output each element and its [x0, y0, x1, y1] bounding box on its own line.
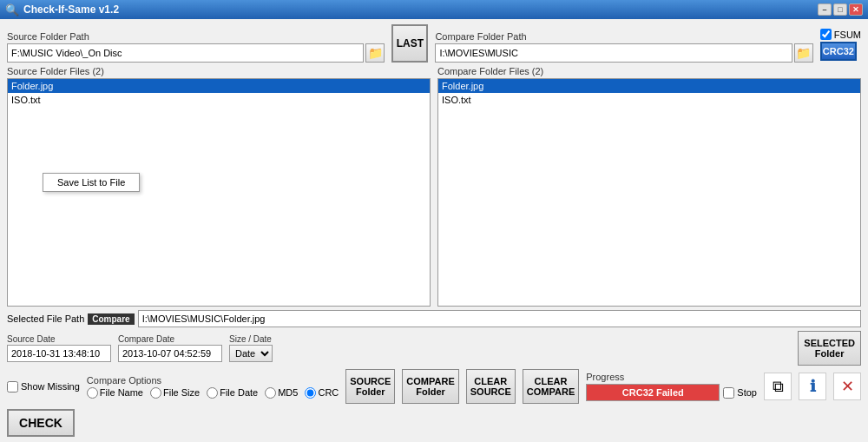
size-date-group: Size / Date Date Size [229, 334, 273, 362]
selected-file-path-label: Selected File Path [7, 313, 84, 324]
compare-files-list: Folder.jpg ISO.txt [438, 79, 860, 306]
radio-crc-input[interactable] [305, 387, 316, 399]
check-button[interactable]: CHECK [7, 409, 75, 437]
source-date-label: Source Date [7, 334, 111, 344]
radio-file-size-input[interactable] [150, 387, 161, 399]
radio-file-date[interactable]: File Date [207, 387, 258, 399]
progress-section: Progress CRC32 Failed Stop [586, 372, 757, 401]
stop-checkbox[interactable] [723, 387, 734, 399]
source-folder-section: Source Folder Path 📁 [7, 31, 385, 63]
source-files-panel: Folder.jpg ISO.txt Save List to File [7, 78, 431, 307]
check-row: CHECK [7, 409, 861, 437]
close-button[interactable]: ✕ [849, 3, 863, 16]
fsum-checkbox[interactable] [820, 29, 832, 40]
compare-options-label: Compare Options [87, 375, 339, 386]
files-area: Source Folder Files (2) Folder.jpg ISO.t… [7, 66, 861, 307]
list-item[interactable]: Folder.jpg [8, 79, 430, 93]
info-icon-button[interactable]: ℹ [799, 373, 826, 400]
radio-file-size[interactable]: File Size [150, 387, 200, 399]
app-icon: 🔍 [5, 3, 19, 16]
show-missing-checkbox-row: Show Missing [7, 381, 80, 393]
compare-badge: Compare [88, 313, 134, 325]
progress-bar-fill: CRC32 Failed [587, 385, 719, 400]
selected-folder-button[interactable]: SELECTEDFolder [798, 331, 861, 366]
window-controls: – □ ✕ [818, 3, 863, 16]
compare-files-wrapper: Compare Folder Files (2) Folder.jpg ISO.… [437, 66, 861, 307]
compare-options-radio-row: File Name File Size File Date MD5 CRC [87, 387, 339, 399]
title-text: Check-If-Same v1.2 [23, 3, 119, 16]
source-date-group: Source Date 2018-10-31 13:48:10 [7, 334, 111, 362]
source-date-value: 2018-10-31 13:48:10 [7, 345, 111, 362]
copy-icon-button[interactable]: ⧉ [764, 373, 792, 400]
bottom-controls-row: Show Missing Compare Options File Name F… [7, 369, 861, 404]
stop-checkbox-row: Stop [723, 387, 757, 399]
source-files-label: Source Folder Files (2) [7, 66, 431, 78]
source-folder-input[interactable] [7, 43, 364, 63]
compare-folder-section: Compare Folder Path 📁 [435, 31, 812, 63]
clear-compare-button[interactable]: CLEARCOMPARE [523, 369, 579, 404]
selected-file-input[interactable] [138, 310, 861, 327]
clear-source-button[interactable]: CLEARSOURCE [466, 369, 516, 404]
fsum-label: FSUM [834, 30, 861, 40]
fsum-checkbox-row: FSUM [820, 29, 861, 40]
title-bar: 🔍 Check-If-Same v1.2 – □ ✕ [0, 0, 868, 19]
compare-folder-input-row: 📁 [435, 43, 812, 63]
context-menu: Save List to File [43, 173, 140, 192]
cancel-icon-button[interactable]: ✕ [833, 373, 861, 400]
show-missing-label: Show Missing [21, 381, 80, 392]
progress-bar-container: CRC32 Failed [586, 384, 720, 401]
compare-folder-action-button[interactable]: COMPAREFolder [402, 369, 458, 404]
last-button[interactable]: LAST [391, 24, 428, 63]
radio-file-date-input[interactable] [207, 387, 218, 399]
compare-date-value: 2013-10-07 04:52:59 [118, 345, 222, 362]
size-date-row: Date Size [229, 345, 273, 362]
size-date-select[interactable]: Date Size [229, 345, 273, 362]
show-missing-checkbox[interactable] [7, 381, 18, 393]
compare-options-group: Compare Options File Name File Size File… [87, 375, 339, 399]
source-folder-input-row: 📁 [7, 43, 385, 63]
list-item[interactable]: ISO.txt [438, 93, 860, 107]
progress-label: Progress [586, 372, 757, 382]
compare-files-label: Compare Folder Files (2) [437, 66, 861, 78]
compare-folder-browse-button[interactable]: 📁 [794, 43, 813, 63]
size-date-label: Size / Date [229, 334, 273, 344]
source-folder-action-button[interactable]: SOURCEFolder [345, 369, 395, 404]
minimize-button[interactable]: – [818, 3, 832, 16]
selected-file-row: Selected File Path Compare [7, 310, 861, 327]
top-row: Source Folder Path 📁 LAST Compare Folder… [7, 24, 861, 63]
radio-file-name[interactable]: File Name [87, 387, 143, 399]
save-list-to-file-menu-item[interactable]: Save List to File [43, 174, 139, 191]
stop-label: Stop [737, 387, 757, 398]
checksum-options: FSUM CRC32 [820, 29, 861, 63]
source-folder-browse-button[interactable]: 📁 [365, 43, 385, 63]
compare-folder-input[interactable] [435, 43, 792, 63]
radio-crc[interactable]: CRC [305, 387, 339, 399]
compare-folder-label: Compare Folder Path [435, 31, 812, 42]
source-folder-label: Source Folder Path [7, 31, 385, 42]
radio-file-name-input[interactable] [87, 387, 98, 399]
list-item[interactable]: Folder.jpg [438, 79, 860, 93]
main-content: Source Folder Path 📁 LAST Compare Folder… [0, 19, 868, 442]
compare-date-group: Compare Date 2013-10-07 04:52:59 [118, 334, 222, 362]
source-files-wrapper: Source Folder Files (2) Folder.jpg ISO.t… [7, 66, 431, 307]
source-files-list: Folder.jpg ISO.txt [8, 79, 430, 306]
compare-date-label: Compare Date [118, 334, 222, 344]
list-item[interactable]: ISO.txt [8, 93, 430, 107]
radio-md5[interactable]: MD5 [265, 387, 298, 399]
compare-files-panel: Folder.jpg ISO.txt [437, 78, 861, 307]
radio-md5-input[interactable] [265, 387, 276, 399]
maximize-button[interactable]: □ [833, 3, 847, 16]
progress-bar-text: CRC32 Failed [622, 387, 684, 398]
crc32-button[interactable]: CRC32 [820, 42, 857, 61]
progress-row: CRC32 Failed Stop [586, 384, 757, 401]
dates-row: Source Date 2018-10-31 13:48:10 Compare … [7, 331, 861, 366]
